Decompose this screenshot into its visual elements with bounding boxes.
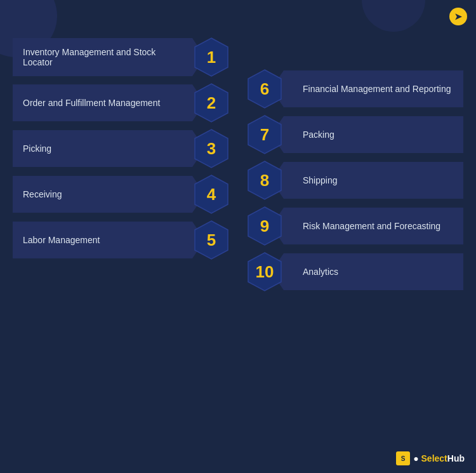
hex-badge-8: 8 <box>244 160 285 201</box>
badge-number-1: 1 <box>207 48 216 67</box>
badge-number-10: 10 <box>256 262 274 282</box>
hex-badge-7: 7 <box>244 114 285 155</box>
right-item-7: 7 Packing <box>244 114 463 155</box>
left-item-2: Order and Fulfillment Management 2 <box>13 83 232 123</box>
item-label-6: Financial Management and Reporting <box>271 70 463 107</box>
right-item-6: 6 Financial Management and Reporting <box>244 69 463 109</box>
selecthub-logo: S ● SelectHub <box>396 451 465 465</box>
item-label-4: Receiving <box>13 176 205 213</box>
item-label-8: Shipping <box>271 162 463 199</box>
left-column: Inventory Management and Stock Locator 1… <box>13 37 238 292</box>
hex-badge-6: 6 <box>244 69 285 109</box>
item-label-3: Picking <box>13 130 205 167</box>
logo-icon: S <box>396 451 410 465</box>
hex-badge-10: 10 <box>244 251 285 292</box>
item-label-10: Analytics <box>271 253 463 290</box>
badge-number-5: 5 <box>207 230 216 250</box>
badge-number-7: 7 <box>260 125 269 145</box>
badge-number-6: 6 <box>260 79 269 99</box>
arrow-icon: ➤ <box>449 8 467 25</box>
item-label-5: Labor Management <box>13 222 205 258</box>
hex-badge-9: 9 <box>244 206 285 246</box>
left-item-5: Labor Management 5 <box>13 220 232 260</box>
hex-badge-5: 5 <box>191 220 232 260</box>
left-item-1: Inventory Management and Stock Locator 1 <box>13 37 232 77</box>
item-label-2: Order and Fulfillment Management <box>13 84 205 121</box>
left-item-3: Picking 3 <box>13 128 232 169</box>
badge-number-9: 9 <box>260 217 269 236</box>
hex-badge-1: 1 <box>191 37 232 77</box>
item-label-1: Inventory Management and Stock Locator <box>13 38 205 76</box>
item-label-7: Packing <box>271 116 463 153</box>
right-column: 6 Financial Management and Reporting 7 P… <box>238 69 463 292</box>
hex-badge-4: 4 <box>191 174 232 215</box>
main-content: Inventory Management and Stock Locator 1… <box>0 30 476 292</box>
badge-number-8: 8 <box>260 171 269 190</box>
badge-number-2: 2 <box>207 93 216 113</box>
right-item-10: 10 Analytics <box>244 251 463 292</box>
right-item-9: 9 Risk Management and Forecasting <box>244 206 463 246</box>
hex-badge-2: 2 <box>191 83 232 123</box>
page-header <box>0 0 476 30</box>
item-label-9: Risk Management and Forecasting <box>271 208 463 244</box>
left-item-4: Receiving 4 <box>13 174 232 215</box>
badge-number-4: 4 <box>207 185 216 204</box>
hex-badge-3: 3 <box>191 128 232 169</box>
right-item-8: 8 Shipping <box>244 160 463 201</box>
logo-text: ● SelectHub <box>413 453 465 463</box>
badge-number-3: 3 <box>207 139 216 159</box>
